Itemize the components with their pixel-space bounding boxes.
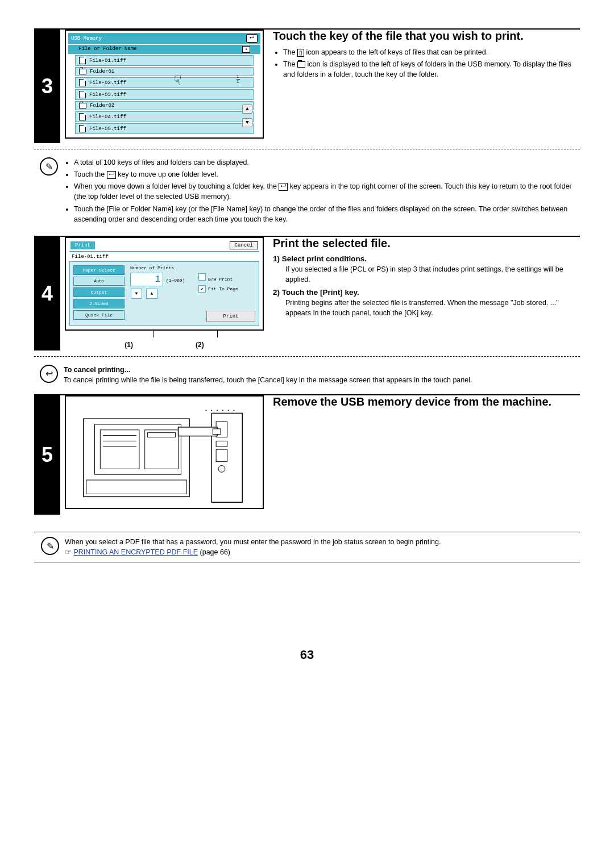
output-button[interactable]: Output: [73, 287, 125, 297]
svg-point-13: [218, 466, 225, 473]
step4-sub2-h: 2) Touch the [Print] key.: [273, 288, 580, 297]
column-header[interactable]: File or Folder Name: [78, 46, 137, 53]
item-name: File-03.tiff: [89, 92, 126, 98]
file-row[interactable]: File-03.tiff: [75, 89, 254, 100]
note-2: Touch the ⮠ key to move up one folder le…: [74, 169, 579, 180]
item-name: File-04.tiff: [89, 114, 126, 120]
scroll-up-icon[interactable]: ▲: [242, 105, 252, 114]
step4-title: Print the selected file.: [273, 237, 580, 250]
item-name: File-05.tiff: [89, 126, 126, 132]
callout-1: (1): [125, 341, 133, 349]
up-key-icon: ⮠: [107, 171, 116, 179]
svg-rect-1: [86, 480, 186, 494]
step-number-3: 3: [34, 30, 60, 143]
note-1: A total of 100 keys of files and folders…: [74, 157, 579, 168]
usb-panel-title: USB Memory: [71, 36, 102, 41]
callout-2: (2): [196, 341, 204, 349]
item-name: File-02.tiff: [89, 80, 126, 86]
svg-point-16: [206, 410, 207, 411]
svg-point-18: [217, 410, 218, 411]
step-number-5: 5: [34, 395, 60, 515]
folder-icon: [79, 69, 86, 74]
file-icon: [79, 79, 86, 86]
num-prints-label: Number of Prints: [130, 265, 193, 270]
sort-icon[interactable]: ▴: [242, 46, 250, 53]
step4-sub1-b: If you selected a file (PCL or PS) in st…: [285, 264, 580, 285]
file-row[interactable]: File-04.tiff: [75, 111, 254, 122]
file-icon: [79, 91, 86, 98]
bw-checkbox[interactable]: [198, 273, 206, 281]
svg-rect-11: [216, 441, 227, 446]
cancel-button[interactable]: Cancel: [230, 241, 258, 249]
svg-rect-2: [95, 424, 181, 474]
num-prints-value: 1: [130, 273, 163, 286]
svg-rect-8: [148, 433, 176, 437]
fit-label: Fit To Page: [208, 286, 238, 291]
bw-label: B/W Print: [208, 277, 233, 282]
note-4: Touch the [File or Folder Name] key (or …: [74, 204, 579, 224]
two-sided-button[interactable]: 2-Sided: [73, 299, 125, 308]
print-filename: File-01.tiff: [69, 252, 259, 261]
step-number-4: 4: [34, 237, 60, 350]
page-top: 1: [237, 74, 240, 79]
item-name: File-01.tiff: [89, 58, 126, 64]
svg-rect-15: [213, 429, 221, 435]
auto-label: Auto: [73, 277, 125, 286]
step3-bullet-2: The icon is displayed to the left of key…: [283, 59, 580, 80]
file-row[interactable]: File-02.tiff: [75, 77, 254, 88]
page-bottom: 1: [237, 80, 240, 84]
back-icon: ↩: [40, 365, 58, 383]
encrypted-pdf-link[interactable]: PRINTING AN ENCRYPTED PDF FILE: [73, 548, 198, 556]
printer-illustration: [65, 395, 264, 509]
note-icon: ✎: [40, 157, 58, 176]
svg-point-20: [228, 410, 229, 411]
file-row[interactable]: File-05.tiff: [75, 123, 254, 134]
folder-up-icon[interactable]: ⮠: [246, 34, 258, 43]
cancel-body: To cancel printing while the file is bei…: [64, 375, 579, 385]
touch-hand-icon: ☟: [174, 73, 181, 89]
increment-button[interactable]: ▲: [146, 289, 157, 299]
decrement-button[interactable]: ▼: [131, 289, 142, 299]
file-icon: [79, 57, 86, 64]
folder-row[interactable]: Folder02: [75, 101, 254, 110]
file-icon: [79, 113, 86, 120]
up-key-icon-2: ⮠: [279, 183, 288, 191]
print-button[interactable]: Print: [206, 311, 255, 322]
print-panel: Print Cancel File-01.tiff Paper Select A…: [65, 237, 264, 331]
svg-rect-12: [216, 449, 227, 462]
step5-title: Remove the USB memory device from the ma…: [273, 395, 580, 408]
footer-text: When you select a PDF file that has a pa…: [65, 537, 578, 547]
svg-rect-7: [145, 430, 179, 469]
print-title: Print: [70, 241, 95, 249]
step3-title: Touch the key of the file that you wish …: [273, 30, 580, 43]
file-icon: ▯: [297, 49, 304, 57]
fit-checkbox[interactable]: ✔: [198, 285, 206, 293]
svg-rect-14: [179, 427, 218, 436]
folder-row[interactable]: Folder01: [75, 67, 254, 76]
svg-rect-0: [84, 419, 189, 496]
scroll-down-icon[interactable]: ▼: [242, 118, 252, 127]
item-name: Folder01: [90, 69, 114, 74]
file-row[interactable]: File-01.tiff: [75, 55, 254, 66]
pointer-icon: ☞: [65, 548, 72, 556]
page-number: 63: [34, 648, 580, 662]
step4-sub1-h: 1) Select print conditions.: [273, 254, 580, 263]
link-suffix: (page 66): [198, 548, 230, 556]
folder-icon: [297, 61, 305, 68]
step4-sub2-b: Printing begins after the selected file …: [285, 298, 580, 318]
file-icon: [79, 125, 86, 132]
note-icon-footer: ✎: [41, 537, 59, 555]
quick-file-button[interactable]: Quick File: [73, 310, 125, 320]
usb-memory-panel: USB Memory ⮠ File or Folder Name ▴ File-…: [65, 30, 264, 139]
svg-point-17: [211, 410, 212, 411]
cancel-heading: To cancel printing...: [64, 365, 579, 375]
note-3: When you move down a folder level by tou…: [74, 181, 579, 202]
paper-select-button[interactable]: Paper Select: [73, 265, 125, 275]
item-name: Folder02: [90, 103, 114, 108]
svg-point-19: [222, 410, 223, 411]
step3-bullet-1: The ▯ icon appears to the left of keys o…: [283, 47, 580, 57]
svg-point-21: [234, 410, 235, 411]
folder-icon: [79, 103, 86, 108]
range-label: (1~999): [166, 278, 185, 283]
